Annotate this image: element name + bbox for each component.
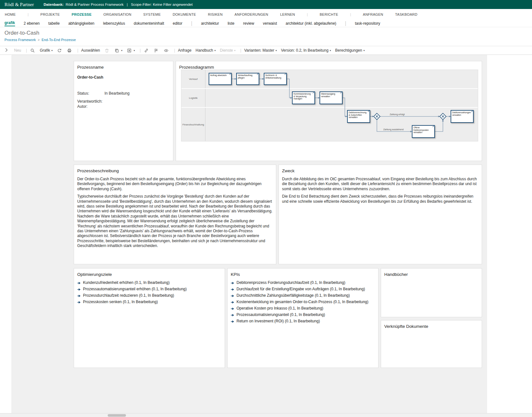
verknuepfte-dokumente-card: Verknüpfte Dokumente [381,320,482,368]
kpi-item[interactable]: Kostenentwicklung im gesamten Order-to-C… [231,300,375,305]
page-title: Order-to-Cash [4,30,532,36]
subnav-separator: | [345,21,346,26]
nav-item-systeme[interactable]: SYSTEME [143,13,161,16]
subnav-item-architektur-inkl-abgelaufene[interactable]: architektur (inkl. abgelaufene) [286,21,336,26]
caret-down-icon: ▾ [121,49,122,52]
refresh-icon [57,48,62,53]
nav-item-projekte[interactable]: PROJEKTE [40,13,60,16]
print-button[interactable] [67,48,72,53]
optimierungsziel-item[interactable]: Kundenzufriedenheit erhöhen (0.1, In Bea… [77,281,221,285]
subnav-item-liste[interactable]: liste [228,21,234,26]
arrow-right-icon [77,288,81,292]
caret-down-icon: ▾ [276,49,277,52]
nav-item-dokumente[interactable]: DOKUMENTE [173,13,196,16]
nav-item-lernen[interactable]: LERNEN [280,13,295,16]
caret-down-icon: ▾ [363,49,365,52]
open-process-icon: ↗ [312,92,314,94]
berechtigungen-dropdown[interactable]: Berechtigungen▾ [335,48,365,53]
anfrage-button[interactable]: Anfrage [178,48,191,53]
prozessbeschreibung-card: Prozessbeschreibung Der Order-to-Cash Pr… [74,165,276,264]
subnav-item-grafik[interactable]: grafik [4,21,15,26]
prozessdiagramm-card: Prozessdiagramm VerkaufLogistikFinanzbuc… [176,61,482,161]
subnav-item-task-repository[interactable]: task-repository [355,21,380,26]
nav-item-berichte[interactable]: BERICHTE [320,13,338,16]
verknuepfte-dokumente-card-title: Verknüpfte Dokumente [381,320,482,331]
process-step-label: Auftrag abwickeln [209,73,231,77]
link-button[interactable] [144,48,149,53]
search-icon [30,48,35,53]
kpi-label: Return on Investment (ROI) (0.1, In Bear… [237,319,320,323]
arrow-right-icon [231,294,234,298]
nav-item-risiken[interactable]: RISIKEN [208,13,223,16]
breadcrumb-item-end-to-end-prozesse[interactable]: End-To-End Prozesse [42,38,76,42]
optimierungsziel-item[interactable]: Prozessdurchlaufzeit reduzieren (0.1, In… [77,294,221,298]
kpi-item[interactable]: Return on Investment (ROI) (0.1, In Bear… [231,319,375,324]
process-step-label: Debitorenrechnung & Gutschriften verwalt… [348,111,370,119]
process-step-node-debitorenrechnung-gutschriften-verwalten[interactable]: Debitorenrechnung & Gutschriften verwalt… [347,110,370,123]
edge-label: Zahlung ausstehend [383,128,404,131]
nav-item-prozesse[interactable]: PROZESSE [72,13,92,16]
process-step-node-warenausgang-verwalten[interactable]: Warenausgang verwalten↗ [320,91,343,104]
status-label: Status: [77,91,104,96]
refresh-button[interactable] [57,48,62,53]
subnav-item-architektur[interactable]: architektur [201,21,219,26]
process-step-node-auftrag-abwickeln[interactable]: Auftrag abwickeln↗ [209,73,232,85]
subnav-item-tabelle[interactable]: tabelle [48,21,60,26]
kpi-item[interactable]: Debitorenprozess Forderungsdurchlaufzeit… [231,281,375,285]
watch-button[interactable] [163,48,169,53]
copy-dropdown[interactable]: ▾ [114,48,122,53]
varianten-dropdown[interactable]: Varianten: Master▾ [244,48,277,53]
select-button[interactable]: Auswählen [81,48,100,53]
optimierungsziel-label: Prozessautomatisierungsanteil erhöhen (0… [83,287,187,291]
kpi-label: Operative Kosten pro Inkasso (0.1, In Be… [237,306,323,311]
optimierungsziel-item[interactable]: Prozesskosten senken (0.1, In Bearbeitun… [77,300,221,305]
subnav-item-abhängigkeiten[interactable]: abhängigkeiten [68,21,94,26]
optimierungsziel-item[interactable]: Prozessautomatisierungsanteil erhöhen (0… [77,287,221,292]
sidebar-expand-button[interactable] [5,47,8,53]
search-button[interactable] [30,48,36,53]
breadcrumb-item-process-framework[interactable]: Process Framework [4,38,36,42]
export-dropdown[interactable]: ▾ [127,48,135,53]
process-step-node-kommissionierung-verpackung-managen[interactable]: Kommissionierung & Verpackung managen↗ [292,91,315,104]
page-header: Order-to-Cash Process Framework>End-To-E… [0,27,532,46]
toolbar-separator: | [240,48,241,53]
view-grafik-dropdown[interactable]: Grafik▾ [40,48,53,53]
subnav-item-verwaist[interactable]: verwaist [263,21,277,26]
scrollbar-thumb[interactable] [108,414,126,417]
subnav-item-editor[interactable]: editor [173,21,182,26]
nav-item-home[interactable]: HOME [5,13,16,16]
database-value: Rödl & Partner Process Framework [66,3,124,6]
link-icon [144,48,149,53]
process-diagram-canvas: VerkaufLogistikFinanzbuchhaltungZahlung … [181,70,478,141]
process-step-node-sortiment-artikelverwaltung[interactable]: Sortiment- & Artikelverwaltung↗ [264,73,287,85]
horizontal-scrollbar[interactable] [0,413,532,417]
arrow-right-icon [231,320,234,324]
nav-item-anfragen[interactable]: ANFRAGEN [363,13,383,16]
nav-item-taskboard[interactable]: TASKBOARD [395,13,418,16]
nav-item-anforderungen[interactable]: ANFORDERUNGEN [235,13,268,16]
main-nav: HOME|PROJEKTEPROZESSEORGANISATIONSYSTEME… [0,9,532,20]
process-description-paragraph: Typischerweise durchläuft der Prozess zu… [74,194,276,248]
kpi-item[interactable]: Durchlaufzeit für die Erstellung/Eingabe… [231,287,375,292]
subnav-item-lebenszyklus[interactable]: lebenszyklus [103,21,125,26]
kpi-item[interactable]: Durchschnittliche Zahlungsüberfälligkeit… [231,294,375,298]
workflow-button[interactable] [154,48,159,53]
arrow-right-icon [231,281,234,285]
kpi-item[interactable]: Operative Kosten pro Inkasso (0.1, In Be… [231,306,375,311]
handbuch-dropdown[interactable]: Handbuch▾ [195,48,216,53]
process-step-node-debitorenzahlungen-verwalten[interactable]: Debitorenzahlungen verwalten↗ [451,110,474,123]
subnav-item-dokumenteninhalt[interactable]: dokumenteninhalt [134,21,164,26]
process-step-node-offene-debitorenposten-verwalten[interactable]: Offene Debitorenposten verwalten↗ [412,125,435,138]
kpi-item[interactable]: Prozessautomatisierungsanteil (0.1, In B… [231,313,375,318]
subnav-item-2-ebenen[interactable]: 2 ebenen [24,21,40,26]
database-label: Datenbank: [44,3,64,6]
autor-label: Autor: [77,104,104,109]
subnav-item-review[interactable]: review [243,21,254,26]
version-dropdown[interactable]: Version: 0.2, In Bearbeitung▾ [281,48,331,53]
chevron-right-icon [5,48,8,52]
arrow-right-icon [77,301,81,305]
handbuecher-card: Handbücher [381,268,482,317]
process-step-node-verkaufsauftrag-pflegen[interactable]: Verkaufsauftrag pflegen↗ [236,73,259,85]
nav-item-organisation[interactable]: ORGANISATION [104,13,131,16]
process-name-value: Order-to-Cash [74,72,173,80]
